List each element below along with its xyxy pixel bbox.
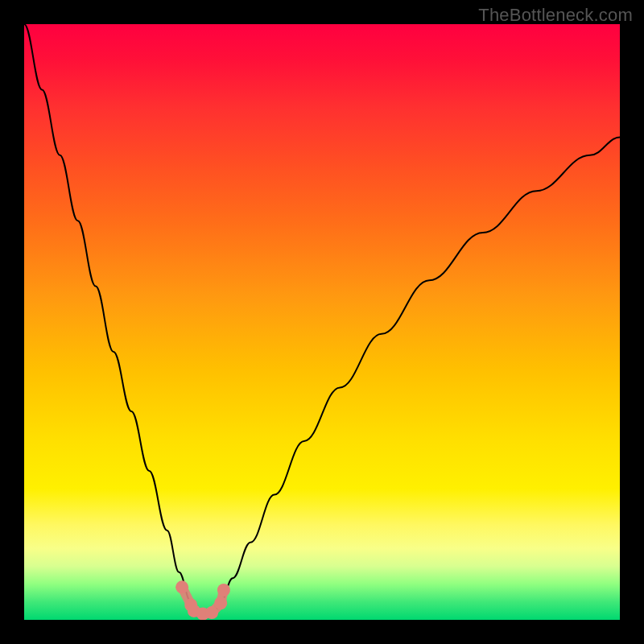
valley-marker-dot (175, 580, 188, 593)
valley-marker-dot (205, 606, 218, 619)
watermark-text: TheBottleneck.com (478, 5, 633, 26)
curve-svg (24, 24, 620, 620)
valley-marker-dot (214, 597, 227, 609)
chart-frame: TheBottleneck.com (0, 0, 644, 644)
plot-area (24, 24, 620, 620)
bottleneck-curve (24, 24, 620, 617)
valley-marker-dot (217, 584, 230, 597)
